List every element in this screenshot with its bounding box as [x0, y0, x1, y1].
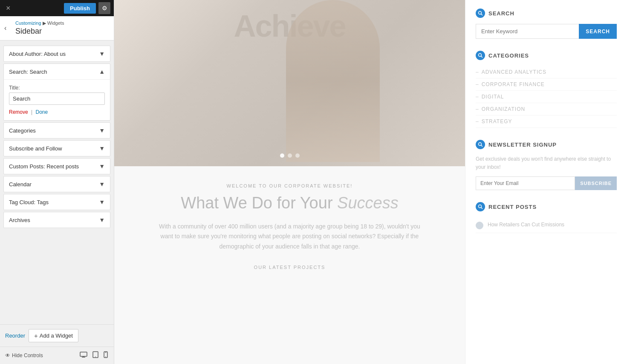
widget-calendar-header[interactable]: Calendar ▼ — [4, 176, 110, 192]
list-item: – DIGITAL — [476, 91, 617, 103]
customizing-link[interactable]: Customizing — [15, 20, 41, 26]
list-item: – ORGANIZATION — [476, 103, 617, 116]
widget-list: About Author: About us ▼ Search: Search … — [0, 40, 114, 324]
newsletter-section-icon — [476, 140, 485, 149]
heading-plain: What We Do for Your — [181, 194, 337, 212]
title-field-input[interactable] — [9, 92, 105, 105]
svg-rect-0 — [80, 352, 87, 356]
search-section-icon — [476, 9, 485, 18]
hide-controls-label: Hide Controls — [12, 352, 43, 358]
panel-footer: Reorder + Add a Widget — [0, 324, 114, 347]
widget-archives-header[interactable]: Archives ▼ — [4, 212, 110, 228]
newsletter-widget-title: NEWSLETTER SIGNUP — [476, 140, 617, 149]
post-title: How Retailers Can Cut Emissions — [488, 221, 564, 228]
back-button[interactable]: ‹ — [4, 24, 6, 32]
widget-categories-header[interactable]: Categories ▼ — [4, 123, 110, 138]
list-item: – CORPORATE FINANCE — [476, 78, 617, 91]
list-item: How Retailers Can Cut Emissions — [476, 217, 617, 233]
welcome-label: WELCOME TO OUR CORPORATE WEBSITE! — [153, 183, 426, 188]
widget-search-header[interactable]: Search: Search ▲ — [4, 64, 110, 79]
svg-point-4 — [95, 356, 96, 357]
close-button[interactable]: × — [3, 3, 13, 14]
widget-archives-toggle[interactable]: ▼ — [99, 217, 105, 223]
newsletter-email-input[interactable] — [476, 176, 575, 190]
widget-search-body: Title: Remove | Done — [4, 79, 110, 120]
widgets-label: Widgets — [47, 20, 64, 26]
widget-custom-posts: Custom Posts: Recent posts ▼ — [3, 158, 110, 174]
widget-custom-posts-toggle[interactable]: ▼ — [99, 163, 105, 170]
content-paragraph: With a community of over 400 million use… — [153, 222, 426, 252]
categories-widget-title: CATEGORIES — [476, 51, 617, 60]
widget-categories-toggle[interactable]: ▼ — [99, 127, 105, 134]
top-bar: × Publish ⚙ — [0, 0, 114, 16]
search-row: SEARCH — [476, 24, 617, 39]
hero-person-shape — [286, 0, 380, 162]
search-widget: SEARCH SEARCH — [476, 9, 617, 39]
svg-point-7 — [105, 356, 106, 357]
add-widget-label: Add a Widget — [40, 332, 73, 339]
main-content: Achieve WELCOME TO OUR CORPORATE WEBSITE… — [114, 0, 465, 364]
widget-subscribe-toggle[interactable]: ▼ — [99, 145, 105, 152]
categories-widget: CATEGORIES – ADVANCED ANALYTICS – CORPOR… — [476, 51, 617, 128]
widget-subscribe-header[interactable]: Subscribe and Follow ▼ — [4, 141, 110, 156]
hero-dot-2[interactable] — [288, 153, 292, 158]
breadcrumb: Customizing ▶ Widgets — [15, 20, 108, 26]
category-list: – ADVANCED ANALYTICS – CORPORATE FINANCE… — [476, 66, 617, 128]
newsletter-description: Get exclusive deals you won't find anywh… — [476, 155, 617, 171]
done-link[interactable]: Done — [36, 109, 48, 115]
widget-tag-cloud-toggle[interactable]: ▼ — [99, 199, 105, 205]
widget-calendar-toggle[interactable]: ▼ — [99, 181, 105, 188]
search-submit-button[interactable]: SEARCH — [579, 24, 617, 39]
add-widget-button[interactable]: + Add a Widget — [29, 329, 78, 342]
actions-separator: | — [31, 109, 32, 115]
title-field-label: Title: — [9, 85, 105, 91]
publish-button[interactable]: Publish — [64, 3, 96, 14]
widget-about-author-label: About Author: About us — [9, 51, 66, 57]
mobile-view-button[interactable] — [103, 350, 109, 361]
bottom-controls: 👁 Hide Controls — [0, 347, 114, 364]
hero-dot-1[interactable] — [280, 153, 284, 158]
widget-subscribe-follow: Subscribe and Follow ▼ — [3, 140, 110, 156]
search-title-text: SEARCH — [488, 10, 514, 17]
hide-controls-button[interactable]: 👁 Hide Controls — [5, 352, 43, 358]
plus-icon: + — [34, 332, 38, 339]
hero-dot-3[interactable] — [295, 153, 300, 158]
newsletter-widget: NEWSLETTER SIGNUP Get exclusive deals yo… — [476, 140, 617, 190]
widget-archives: Archives ▼ — [3, 212, 110, 228]
svg-line-15 — [481, 208, 483, 209]
eye-icon: 👁 — [5, 352, 10, 358]
widget-about-author-header[interactable]: About Author: About us ▼ — [4, 46, 110, 61]
search-input[interactable] — [476, 24, 579, 39]
view-icons — [79, 350, 109, 361]
widget-custom-posts-header[interactable]: Custom Posts: Recent posts ▼ — [4, 159, 110, 174]
svg-line-11 — [481, 56, 483, 58]
widget-subscribe-label: Subscribe and Follow — [9, 145, 62, 152]
tablet-view-button[interactable] — [92, 350, 99, 361]
left-panel: × Publish ⚙ ‹ Customizing ▶ Widgets Side… — [0, 0, 114, 364]
subscribe-button[interactable]: SUBSCRIBE — [575, 176, 617, 190]
right-sidebar: SEARCH SEARCH CATEGORIES – ADVANCED ANAL… — [465, 0, 627, 364]
hero-dots — [280, 153, 300, 158]
gear-icon: ⚙ — [102, 5, 107, 12]
widget-about-author-toggle[interactable]: ▼ — [99, 50, 105, 57]
widget-search-toggle[interactable]: ▲ — [99, 68, 105, 75]
remove-link[interactable]: Remove — [9, 109, 28, 115]
widget-calendar-label: Calendar — [9, 181, 32, 188]
recent-posts-icon — [476, 202, 485, 211]
breadcrumb-bar: ‹ Customizing ▶ Widgets Sidebar — [0, 16, 114, 40]
widget-about-author: About Author: About us ▼ — [3, 46, 110, 62]
desktop-view-button[interactable] — [79, 350, 88, 361]
widget-tag-cloud-header[interactable]: Tag Cloud: Tags ▼ — [4, 194, 110, 210]
reorder-link[interactable]: Reorder — [5, 332, 25, 339]
svg-line-13 — [481, 145, 483, 147]
widget-categories-label: Categories — [9, 127, 36, 134]
widget-archives-label: Archives — [9, 217, 30, 223]
recent-posts-title: RECENT POSTS — [476, 202, 617, 211]
widget-calendar: Calendar ▼ — [3, 176, 110, 192]
widget-tag-cloud: Tag Cloud: Tags ▼ — [3, 194, 110, 210]
widget-tag-cloud-label: Tag Cloud: Tags — [9, 199, 49, 205]
widget-search-label: Search: Search — [9, 69, 47, 75]
widget-actions: Remove | Done — [9, 109, 105, 115]
settings-button[interactable]: ⚙ — [98, 2, 110, 14]
widget-categories: Categories ▼ — [3, 122, 110, 139]
